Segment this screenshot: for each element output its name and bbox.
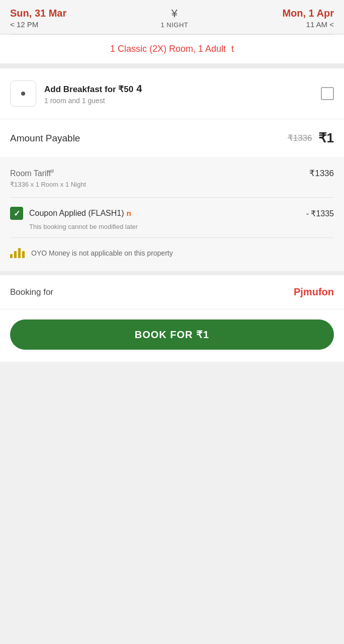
breakfast-checkbox[interactable] xyxy=(321,87,334,100)
booking-for-label: Booking for xyxy=(10,287,53,297)
bottom-cta: BOOK FOR ₹1 xyxy=(0,309,344,362)
breakfast-title: Add Breakfast for ₹50 4 xyxy=(44,83,313,95)
breakfast-section: Add Breakfast for ₹50 4 1 room and 1 gue… xyxy=(0,68,344,119)
coupon-row: ✓ Coupon Applied (FLASH1) n - ₹1335 xyxy=(10,207,334,220)
book-button[interactable]: BOOK FOR ₹1 xyxy=(10,319,334,350)
breakfast-subtitle: 1 room and 1 guest xyxy=(44,97,313,105)
nights-icon: ¥ xyxy=(171,7,178,20)
nights-label: 1 NIGHT xyxy=(160,21,188,29)
amount-original: ₹1336 xyxy=(288,133,312,143)
booking-for-name: Pjmufon xyxy=(294,286,334,298)
oyo-bar-1 xyxy=(10,254,13,258)
oyo-money-text: OYO Money is not applicable on this prop… xyxy=(31,249,173,257)
checkout-time: 11 AM < xyxy=(306,20,334,29)
header-bar: Sun, 31 Mar < 12 PM ¥ 1 NIGHT Mon, 1 Apr… xyxy=(0,0,344,34)
checkmark-icon: ✓ xyxy=(14,209,20,218)
oyo-money-icon xyxy=(10,248,25,258)
oyo-money-row: OYO Money is not applicable on this prop… xyxy=(10,245,334,260)
amount-final: ₹1 xyxy=(318,130,334,146)
checkout-day: Mon, 1 Apr xyxy=(282,8,334,19)
tariff-title: Room Tariff# xyxy=(10,168,54,178)
amount-payable-section: Amount Payable ₹1336 ₹1 xyxy=(0,119,344,157)
coupon-section: ✓ Coupon Applied (FLASH1) n - ₹1335 This… xyxy=(10,207,334,230)
coupon-checkbox[interactable]: ✓ xyxy=(10,207,23,220)
amount-payable-label: Amount Payable xyxy=(10,133,80,144)
tariff-amount: ₹1336 xyxy=(309,168,334,179)
amount-values: ₹1336 ₹1 xyxy=(288,130,334,146)
oyo-bar-2 xyxy=(14,251,17,258)
coupon-note: This booking cannot be modified later xyxy=(10,223,334,230)
tariff-breakdown: ₹1336 x 1 Room x 1 Night xyxy=(10,181,334,188)
checkin-info: Sun, 31 Mar < 12 PM xyxy=(10,8,66,29)
tariff-header: Room Tariff# ₹1336 xyxy=(10,168,334,179)
checkin-day: Sun, 31 Mar xyxy=(10,8,66,19)
breakfast-count: 4 xyxy=(136,83,142,95)
coupon-text: Coupon Applied (FLASH1) n xyxy=(29,209,131,218)
room-info-text: 1 Classic (2X) Room, 1 Adult t xyxy=(110,44,234,54)
breakfast-info: Add Breakfast for ₹50 4 1 room and 1 gue… xyxy=(44,83,313,105)
checkout-info: Mon, 1 Apr 11 AM < xyxy=(282,8,334,29)
section-divider-1 xyxy=(0,63,344,68)
coupon-discount: - ₹1335 xyxy=(306,209,334,218)
nights-center: ¥ 1 NIGHT xyxy=(160,7,188,29)
booking-for-section: Booking for Pjmufon xyxy=(0,271,344,309)
breakfast-dot-icon xyxy=(21,92,25,96)
coupon-left: ✓ Coupon Applied (FLASH1) n xyxy=(10,207,131,220)
oyo-bar-3 xyxy=(18,248,21,258)
coupon-divider xyxy=(10,237,334,238)
coupon-edit-icon[interactable]: n xyxy=(127,209,131,217)
tariff-divider xyxy=(10,197,334,198)
room-edit-icon[interactable]: t xyxy=(231,44,234,54)
oyo-bar-4 xyxy=(22,251,25,258)
tariff-section: Room Tariff# ₹1336 ₹1336 x 1 Room x 1 Ni… xyxy=(0,157,344,271)
checkin-time: < 12 PM xyxy=(10,20,66,29)
breakfast-icon-box xyxy=(10,80,36,107)
room-info-bar: 1 Classic (2X) Room, 1 Adult t xyxy=(0,35,344,63)
